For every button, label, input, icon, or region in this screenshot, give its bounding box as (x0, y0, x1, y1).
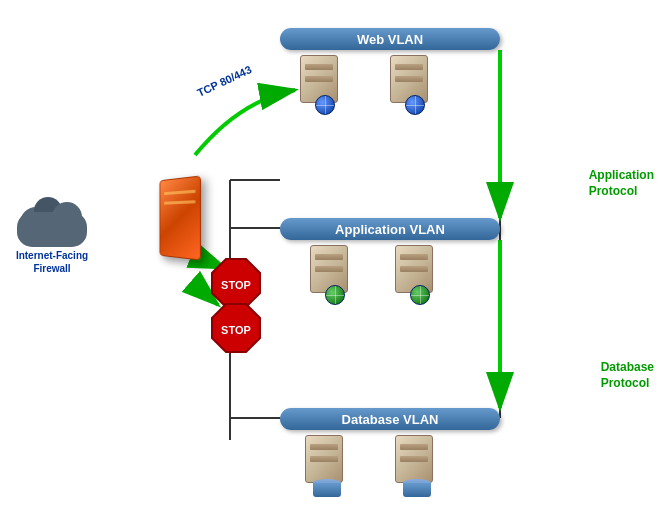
web-server-2 (390, 55, 428, 115)
db-vlan-bar: Database VLAN (280, 408, 500, 430)
db-server-1 (305, 435, 343, 497)
app-protocol-label: ApplicationProtocol (589, 168, 654, 199)
internet-cloud: Internet-FacingFirewall (12, 192, 92, 275)
app-vlan-label: Application VLAN (335, 222, 445, 237)
web-vlan-bar: Web VLAN (280, 28, 500, 50)
app-vlan-bar: Application VLAN (280, 218, 500, 240)
firewall (158, 178, 200, 258)
app-server-1 (310, 245, 348, 305)
tcp-label: TCP 80/443 (195, 63, 253, 99)
svg-text:STOP: STOP (221, 279, 251, 291)
db-protocol-label: DatabaseProtocol (601, 360, 654, 391)
app-server-2 (395, 245, 433, 305)
svg-text:STOP: STOP (221, 324, 251, 336)
db-server-2 (395, 435, 433, 497)
web-vlan-label: Web VLAN (357, 32, 423, 47)
stop-sign-2: STOP (208, 300, 264, 356)
web-server-1 (300, 55, 338, 115)
db-vlan-label: Database VLAN (342, 412, 439, 427)
cloud-label: Internet-FacingFirewall (12, 249, 92, 275)
network-diagram: Web VLAN Application VLAN Database VLAN … (0, 0, 662, 518)
